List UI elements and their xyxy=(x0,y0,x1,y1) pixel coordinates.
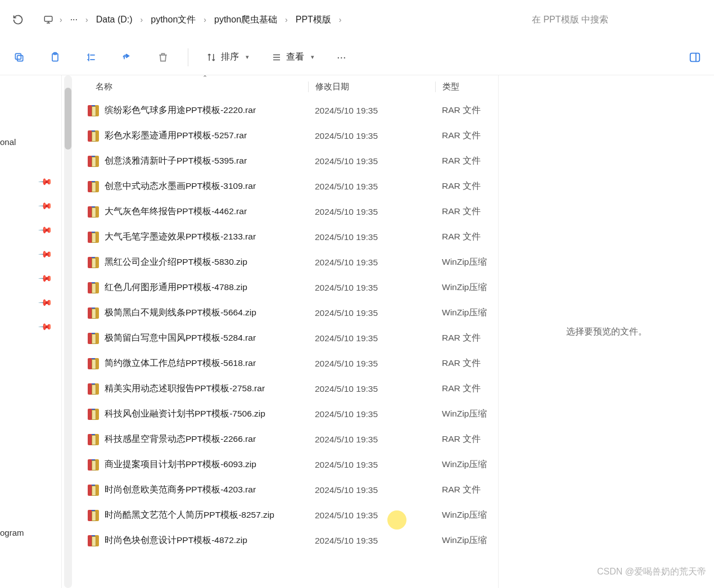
file-row[interactable]: 简约微立体工作总结PPT模板-5618.rar2024/5/10 19:35RA… xyxy=(72,351,498,376)
delete-button[interactable] xyxy=(152,46,174,69)
svg-rect-0 xyxy=(44,16,52,21)
file-row[interactable]: 创意中式动态水墨画PPT模板-3109.rar2024/5/10 19:35RA… xyxy=(72,174,498,199)
pin-icon[interactable]: 📌 xyxy=(38,198,53,214)
file-name: 时尚酷黑文艺范个人简历PPT模板-8257.zip xyxy=(105,509,274,521)
sort-button[interactable]: 排序 ▾ xyxy=(202,49,254,65)
file-date: 2024/5/10 19:35 xyxy=(308,131,435,141)
navigation-pane[interactable]: onal 📌 📌 📌 📌 📌 📌 📌 ogram xyxy=(0,75,62,588)
column-header-type[interactable]: 类型 xyxy=(435,82,498,92)
share-button[interactable] xyxy=(116,46,138,69)
file-type: WinZip压缩 xyxy=(435,509,498,521)
archive-icon xyxy=(88,257,99,268)
pin-icon[interactable]: 📌 xyxy=(38,247,53,263)
pin-icon[interactable]: 📌 xyxy=(38,174,53,190)
file-type: WinZip压缩 xyxy=(435,535,498,546)
file-name: 黑红公司企业介绍PPT模板-5830.zip xyxy=(105,256,247,268)
archive-icon xyxy=(88,459,99,471)
pin-icon[interactable]: 📌 xyxy=(38,223,53,238)
chevron-right-icon: › xyxy=(284,15,289,24)
sort-indicator-icon: ⌃ xyxy=(202,74,207,82)
archive-icon xyxy=(88,510,99,521)
file-row[interactable]: 缤纷彩色气球多用途PPT模板-2220.rar2024/5/10 19:35RA… xyxy=(72,98,498,123)
monitor-icon[interactable] xyxy=(39,11,57,29)
file-name: 极简黑白不规则线条PPT模板-5664.zip xyxy=(105,307,256,319)
file-name: 彩色水彩墨迹通用PPT模板-5257.rar xyxy=(105,130,247,142)
file-row[interactable]: 极简留白写意中国风PPT模板-5284.rar2024/5/10 19:35RA… xyxy=(72,325,498,351)
file-row[interactable]: 创意淡雅清新叶子PPT模板-5395.rar2024/5/10 19:35RAR… xyxy=(72,148,498,174)
chevron-down-icon: ▾ xyxy=(311,53,314,61)
file-date: 2024/5/10 19:35 xyxy=(308,283,435,293)
breadcrumb-item[interactable]: PPT模版 xyxy=(290,12,337,28)
nav-scrollbar[interactable] xyxy=(64,75,72,588)
breadcrumb-item[interactable]: python爬虫基础 xyxy=(209,12,283,28)
rename-button[interactable] xyxy=(80,46,102,69)
file-row[interactable]: 红色几何图形通用PPT模板-4788.zip2024/5/10 19:35Win… xyxy=(72,275,498,300)
file-row[interactable]: 时尚酷黑文艺范个人简历PPT模板-8257.zip2024/5/10 19:35… xyxy=(72,503,498,528)
chevron-right-icon: › xyxy=(338,15,343,24)
file-rows: 缤纷彩色气球多用途PPT模板-2220.rar2024/5/10 19:35RA… xyxy=(72,98,498,553)
file-type: RAR 文件 xyxy=(435,105,498,116)
file-type: RAR 文件 xyxy=(435,433,498,445)
pin-icon[interactable]: 📌 xyxy=(38,319,53,335)
file-name: 大气毛笔字墨迹效果PPT模板-2133.rar xyxy=(105,231,256,243)
archive-icon xyxy=(88,282,99,293)
column-header-name[interactable]: 名称 xyxy=(72,82,308,92)
scrollbar-thumb[interactable] xyxy=(65,88,71,150)
breadcrumb-item[interactable]: Data (D:) xyxy=(91,12,138,27)
pin-icon[interactable]: 📌 xyxy=(38,295,53,311)
file-row[interactable]: 时尚创意欧美范商务PPT模板-4203.rar2024/5/10 19:35RA… xyxy=(72,477,498,503)
file-row[interactable]: 彩色水彩墨迹通用PPT模板-5257.rar2024/5/10 19:35RAR… xyxy=(72,123,498,148)
file-date: 2024/5/10 19:35 xyxy=(308,384,435,394)
svg-rect-1 xyxy=(17,55,23,61)
file-date: 2024/5/10 19:35 xyxy=(308,156,435,166)
file-row[interactable]: 时尚色块创意设计PPT模板-4872.zip2024/5/10 19:35Win… xyxy=(72,528,498,553)
chevron-right-icon: › xyxy=(202,15,207,24)
file-row[interactable]: 商业提案项目计划书PPT模板-6093.zip2024/5/10 19:35Wi… xyxy=(72,452,498,477)
paste-button[interactable] xyxy=(44,46,66,69)
chevron-right-icon: › xyxy=(58,15,64,24)
file-row[interactable]: 精美实用动态述职报告PPT模板-2758.rar2024/5/10 19:35R… xyxy=(72,376,498,401)
chevron-right-icon: › xyxy=(84,15,89,24)
file-name: 精美实用动态述职报告PPT模板-2758.rar xyxy=(105,383,265,395)
file-row[interactable]: 大气毛笔字墨迹效果PPT模板-2133.rar2024/5/10 19:35RA… xyxy=(72,224,498,250)
archive-icon xyxy=(88,105,99,116)
breadcrumb[interactable]: › ··· › Data (D:) › python文件 › python爬虫基… xyxy=(35,6,518,33)
watermark: CSDN @爱喝兽奶的荒天帝 xyxy=(597,566,706,578)
file-date: 2024/5/10 19:35 xyxy=(308,536,435,546)
copy-button[interactable] xyxy=(8,46,30,69)
pin-icon[interactable]: 📌 xyxy=(38,271,53,287)
archive-icon xyxy=(88,156,99,167)
more-button[interactable]: ··· xyxy=(332,48,351,66)
file-type: RAR 文件 xyxy=(435,231,498,243)
chevron-right-icon: › xyxy=(139,15,144,24)
file-type: RAR 文件 xyxy=(435,155,498,167)
archive-icon xyxy=(88,232,99,243)
file-date: 2024/5/10 19:35 xyxy=(308,435,435,445)
file-date: 2024/5/10 19:35 xyxy=(308,359,435,369)
details-pane-button[interactable] xyxy=(684,46,706,69)
file-type: WinZip压缩 xyxy=(435,256,498,268)
archive-icon xyxy=(88,535,99,546)
file-date: 2024/5/10 19:35 xyxy=(308,182,435,192)
file-date: 2024/5/10 19:35 xyxy=(308,106,435,116)
sort-label: 排序 xyxy=(221,51,239,63)
file-type: RAR 文件 xyxy=(435,383,498,395)
file-date: 2024/5/10 19:35 xyxy=(308,257,435,268)
file-row[interactable]: 大气灰色年终报告PPT模板-4462.rar2024/5/10 19:35RAR… xyxy=(72,199,498,224)
file-row[interactable]: 极简黑白不规则线条PPT模板-5664.zip2024/5/10 19:35Wi… xyxy=(72,300,498,325)
search-input[interactable]: 在 PPT模版 中搜索 xyxy=(523,6,708,33)
file-date: 2024/5/10 19:35 xyxy=(308,232,435,242)
file-type: RAR 文件 xyxy=(435,130,498,142)
address-bar: › ··· › Data (D:) › python文件 › python爬虫基… xyxy=(0,0,714,39)
column-header-date[interactable]: 修改日期 xyxy=(308,82,435,92)
breadcrumb-overflow[interactable]: ··· xyxy=(65,12,83,27)
archive-icon xyxy=(88,130,99,142)
file-row[interactable]: 科技风创业融资计划书PPT模板-7506.zip2024/5/10 19:35W… xyxy=(72,401,498,427)
file-row[interactable]: 黑红公司企业介绍PPT模板-5830.zip2024/5/10 19:35Win… xyxy=(72,250,498,275)
breadcrumb-item[interactable]: python文件 xyxy=(145,12,201,28)
view-button[interactable]: 查看 ▾ xyxy=(267,49,319,65)
file-name: 简约微立体工作总结PPT模板-5618.rar xyxy=(105,358,256,369)
archive-icon xyxy=(88,181,99,192)
file-row[interactable]: 科技感星空背景动态PPT模板-2266.rar2024/5/10 19:35RA… xyxy=(72,427,498,452)
refresh-button[interactable] xyxy=(6,7,30,32)
